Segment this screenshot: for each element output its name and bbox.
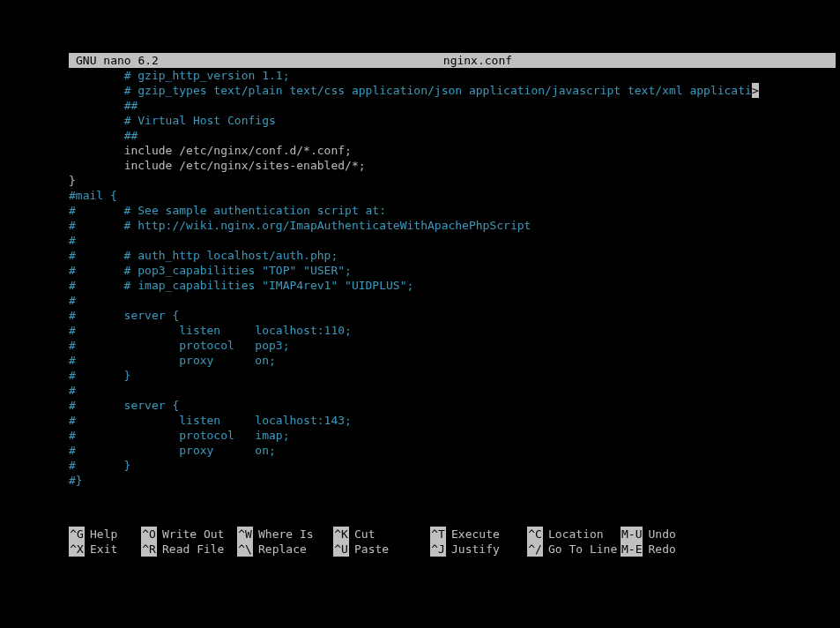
buffer-line: include /etc/nginx/conf.d/*.conf; xyxy=(69,143,836,158)
buffer-line: } xyxy=(69,173,836,188)
buffer-line: # xyxy=(69,293,836,308)
shortcut-label: Execute xyxy=(446,527,500,542)
shortcut-execute[interactable]: ^TExecute xyxy=(430,527,527,542)
shortcut-label: Undo xyxy=(643,527,675,542)
buffer-line: # # See sample authentication script at: xyxy=(69,203,836,218)
wrap-indicator-icon: > xyxy=(752,83,759,98)
shortcut-label: Justify xyxy=(446,542,500,557)
app-name: GNU nano 6.2 xyxy=(72,53,159,68)
shortcut-key: ^K xyxy=(333,527,349,542)
buffer-line: # # http://wiki.nginx.org/ImapAuthentica… xyxy=(69,218,836,233)
buffer-line: # proxy on; xyxy=(69,353,836,368)
buffer-line: # gzip_types text/plain text/css applica… xyxy=(69,83,836,98)
shortcut-key: ^/ xyxy=(527,542,543,557)
buffer-line: # protocol pop3; xyxy=(69,338,836,353)
buffer-line: # listen localhost:143; xyxy=(69,413,836,428)
buffer-line: ## xyxy=(69,98,836,113)
buffer-line: # xyxy=(69,383,836,398)
shortcut-go-to-line[interactable]: ^/Go To Line xyxy=(527,542,621,557)
shortcut-cut[interactable]: ^KCut xyxy=(333,527,430,542)
shortcut-label: Write Out xyxy=(157,527,224,542)
buffer-line: # gzip_http_version 1.1; xyxy=(69,68,836,83)
buffer-line: # xyxy=(69,233,836,248)
filename: nginx.conf xyxy=(159,53,797,68)
shortcut-key: ^\ xyxy=(237,542,253,557)
buffer-line: # # auth_http localhost/auth.php; xyxy=(69,248,836,263)
shortcut-help[interactable]: ^GHelp xyxy=(69,527,141,542)
shortcut-key: ^W xyxy=(237,527,253,542)
shortcut-write-out[interactable]: ^OWrite Out xyxy=(141,527,237,542)
shortcut-label: Location xyxy=(543,527,604,542)
shortcut-replace[interactable]: ^\Replace xyxy=(237,542,333,557)
shortcut-paste[interactable]: ^UPaste xyxy=(333,542,430,557)
shortcut-label: Where Is xyxy=(253,527,314,542)
shortcut-label: Replace xyxy=(253,542,307,557)
shortcut-undo[interactable]: M-UUndo xyxy=(621,527,691,542)
buffer-line: # server { xyxy=(69,398,836,413)
shortcut-location[interactable]: ^CLocation xyxy=(527,527,621,542)
buffer-line: #} xyxy=(69,473,836,488)
buffer-line: # } xyxy=(69,458,836,473)
buffer-line: # protocol imap; xyxy=(69,428,836,443)
buffer-line: # } xyxy=(69,368,836,383)
shortcut-key: ^U xyxy=(333,542,349,557)
shortcut-label: Redo xyxy=(643,542,675,557)
shortcut-key: ^J xyxy=(430,542,446,557)
shortcut-bar: ^GHelp^OWrite Out^WWhere Is^KCut^TExecut… xyxy=(69,527,836,557)
shortcut-redo[interactable]: M-ERedo xyxy=(621,542,691,557)
shortcut-justify[interactable]: ^JJustify xyxy=(430,542,527,557)
buffer-line: # listen localhost:110; xyxy=(69,323,836,338)
shortcut-key: ^R xyxy=(141,542,157,557)
buffer-line: include /etc/nginx/sites-enabled/*; xyxy=(69,158,836,173)
shortcut-key: ^G xyxy=(69,527,85,542)
buffer-line: # # pop3_capabilities "TOP" "USER"; xyxy=(69,263,836,278)
shortcut-label: Go To Line xyxy=(543,542,617,557)
shortcut-key: ^C xyxy=(527,527,543,542)
buffer-line: # proxy on; xyxy=(69,443,836,458)
shortcut-key: ^T xyxy=(430,527,446,542)
shortcut-key: M-E xyxy=(621,542,643,557)
buffer-line: # Virtual Host Configs xyxy=(69,113,836,128)
shortcut-where-is[interactable]: ^WWhere Is xyxy=(237,527,333,542)
shortcut-read-file[interactable]: ^RRead File xyxy=(141,542,237,557)
shortcut-exit[interactable]: ^XExit xyxy=(69,542,141,557)
shortcut-label: Help xyxy=(85,527,117,542)
buffer-line: # # imap_capabilities "IMAP4rev1" "UIDPL… xyxy=(69,278,836,293)
shortcut-label: Paste xyxy=(349,542,389,557)
buffer-line: # server { xyxy=(69,308,836,323)
shortcut-key: ^O xyxy=(141,527,157,542)
shortcut-row-2: ^XExit^RRead File^\Replace^UPaste^JJusti… xyxy=(69,542,836,557)
nano-editor[interactable]: GNU nano 6.2 nginx.conf # gzip_http_vers… xyxy=(69,53,836,488)
shortcut-label: Read File xyxy=(157,542,224,557)
buffer-line: ## xyxy=(69,128,836,143)
editor-buffer[interactable]: # gzip_http_version 1.1; # gzip_types te… xyxy=(69,68,836,488)
shortcut-key: ^X xyxy=(69,542,85,557)
shortcut-label: Cut xyxy=(349,527,375,542)
shortcut-key: M-U xyxy=(621,527,643,542)
shortcut-row-1: ^GHelp^OWrite Out^WWhere Is^KCut^TExecut… xyxy=(69,527,836,542)
buffer-line: #mail { xyxy=(69,188,836,203)
shortcut-label: Exit xyxy=(85,542,117,557)
title-bar: GNU nano 6.2 nginx.conf xyxy=(69,53,836,68)
